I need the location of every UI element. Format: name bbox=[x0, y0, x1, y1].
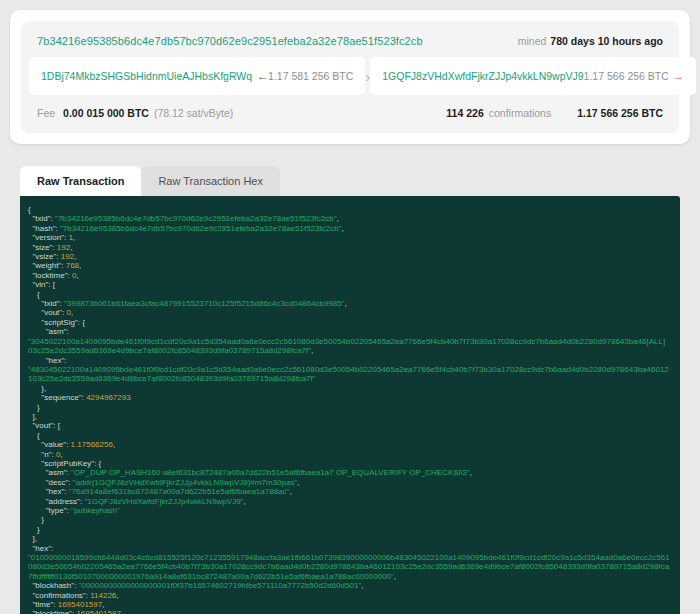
transaction-page: 7b34216e95385b6dc4e7db57bc970d62e9c2951e… bbox=[0, 10, 700, 614]
output-address-link[interactable]: 1GQFJ8zVHdXwfdFjkrZJJp4vkkLN9wpVJ9 bbox=[382, 70, 583, 82]
input-direction-icon: ← bbox=[257, 70, 268, 82]
fee-rate: (78.12 sat/vByte) bbox=[154, 107, 233, 119]
mined-age: 780 days 10 hours ago bbox=[550, 35, 663, 47]
raw-transaction-tabs: Raw Transaction Raw Transaction Hex bbox=[20, 166, 680, 196]
txid-link[interactable]: 7b34216e95385b6dc4e7db57bc970d62e9c2951e… bbox=[37, 35, 423, 47]
transaction-summary-card: 7b34216e95385b6dc4e7db57bc970d62e9c2951e… bbox=[10, 10, 690, 144]
confirmations-label: confirmations bbox=[489, 107, 551, 119]
raw-transaction-json: { "txid": "7b34216e95385b6dc4e7db57bc970… bbox=[20, 196, 680, 614]
input-output-row: 1DBj74MkbzSHGSbHidnmUieAJHbsKfgRWq ← 1.1… bbox=[29, 55, 671, 97]
output-amount: 1.17 566 256 BTC→ bbox=[584, 70, 684, 82]
transaction-footer-row: Fee0.00 015 000 BTC(78.12 sat/vByte) 114… bbox=[29, 97, 671, 129]
tab-raw-transaction[interactable]: Raw Transaction bbox=[20, 166, 141, 196]
output-box: 1GQFJ8zVHdXwfdFjkrZJJp4vkkLN9wpVJ9 1.17 … bbox=[370, 57, 696, 95]
fee-value: 0.00 015 000 BTC bbox=[63, 107, 149, 119]
total-output-amount: 1.17 566 256 BTC bbox=[577, 107, 663, 119]
output-amount-value: 1.17 566 256 BTC bbox=[584, 70, 669, 82]
transaction-summary-panel: 7b34216e95385b6dc4e7db57bc970d62e9c2951e… bbox=[21, 21, 679, 133]
input-amount: 1.17 581 256 BTC bbox=[268, 70, 353, 82]
output-direction-icon: → bbox=[673, 70, 684, 82]
confirmations-info: 114 226confirmations 1.17 566 256 BTC bbox=[446, 107, 663, 119]
confirmations: 114 226confirmations bbox=[446, 107, 551, 119]
input-box: 1DBj74MkbzSHGSbHidnmUieAJHbsKfgRWq ← 1.1… bbox=[29, 57, 365, 95]
confirmations-count: 114 226 bbox=[446, 107, 483, 119]
transaction-header-row: 7b34216e95385b6dc4e7db57bc970d62e9c2951e… bbox=[29, 25, 671, 55]
fee-label: Fee bbox=[37, 107, 55, 119]
mined-time: mined780 days 10 hours ago bbox=[518, 35, 663, 47]
mined-label: mined bbox=[518, 35, 547, 47]
input-address-link[interactable]: 1DBj74MkbzSHGSbHidnmUieAJHbsKfgRWq bbox=[41, 70, 252, 82]
fee-info: Fee0.00 015 000 BTC(78.12 sat/vByte) bbox=[37, 107, 233, 119]
tab-raw-transaction-hex[interactable]: Raw Transaction Hex bbox=[141, 166, 280, 196]
